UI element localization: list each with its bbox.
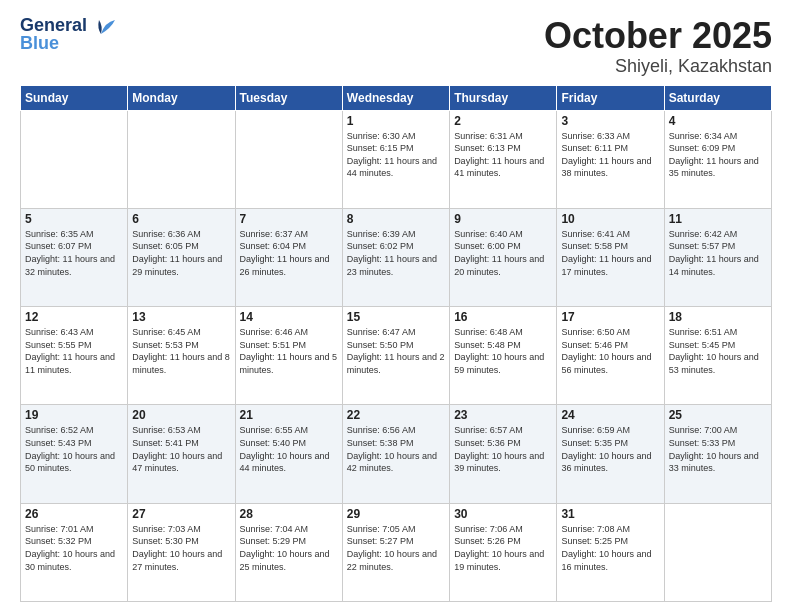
calendar-cell: 7Sunrise: 6:37 AM Sunset: 6:04 PM Daylig… <box>235 208 342 306</box>
calendar-cell: 30Sunrise: 7:06 AM Sunset: 5:26 PM Dayli… <box>450 503 557 601</box>
day-info: Sunrise: 6:36 AM Sunset: 6:05 PM Dayligh… <box>132 228 230 278</box>
day-number: 24 <box>561 408 659 422</box>
day-info: Sunrise: 6:30 AM Sunset: 6:15 PM Dayligh… <box>347 130 445 180</box>
calendar-cell <box>128 110 235 208</box>
day-number: 28 <box>240 507 338 521</box>
day-info: Sunrise: 6:59 AM Sunset: 5:35 PM Dayligh… <box>561 424 659 474</box>
calendar-cell: 6Sunrise: 6:36 AM Sunset: 6:05 PM Daylig… <box>128 208 235 306</box>
day-info: Sunrise: 6:35 AM Sunset: 6:07 PM Dayligh… <box>25 228 123 278</box>
day-number: 7 <box>240 212 338 226</box>
calendar-cell: 21Sunrise: 6:55 AM Sunset: 5:40 PM Dayli… <box>235 405 342 503</box>
calendar-week-row: 26Sunrise: 7:01 AM Sunset: 5:32 PM Dayli… <box>21 503 772 601</box>
calendar-cell: 2Sunrise: 6:31 AM Sunset: 6:13 PM Daylig… <box>450 110 557 208</box>
calendar-cell: 26Sunrise: 7:01 AM Sunset: 5:32 PM Dayli… <box>21 503 128 601</box>
calendar-cell: 18Sunrise: 6:51 AM Sunset: 5:45 PM Dayli… <box>664 307 771 405</box>
day-info: Sunrise: 6:45 AM Sunset: 5:53 PM Dayligh… <box>132 326 230 376</box>
calendar-day-header: Sunday <box>21 85 128 110</box>
day-number: 20 <box>132 408 230 422</box>
calendar-header-row: SundayMondayTuesdayWednesdayThursdayFrid… <box>21 85 772 110</box>
day-number: 17 <box>561 310 659 324</box>
calendar-cell: 9Sunrise: 6:40 AM Sunset: 6:00 PM Daylig… <box>450 208 557 306</box>
title-block: October 2025 Shiyeli, Kazakhstan <box>544 16 772 77</box>
calendar-cell <box>235 110 342 208</box>
day-info: Sunrise: 6:51 AM Sunset: 5:45 PM Dayligh… <box>669 326 767 376</box>
calendar-week-row: 19Sunrise: 6:52 AM Sunset: 5:43 PM Dayli… <box>21 405 772 503</box>
logo-icon <box>91 14 119 46</box>
day-number: 31 <box>561 507 659 521</box>
calendar-day-header: Wednesday <box>342 85 449 110</box>
location-title: Shiyeli, Kazakhstan <box>544 56 772 77</box>
calendar-day-header: Monday <box>128 85 235 110</box>
calendar-week-row: 12Sunrise: 6:43 AM Sunset: 5:55 PM Dayli… <box>21 307 772 405</box>
calendar-cell: 19Sunrise: 6:52 AM Sunset: 5:43 PM Dayli… <box>21 405 128 503</box>
calendar-cell: 3Sunrise: 6:33 AM Sunset: 6:11 PM Daylig… <box>557 110 664 208</box>
calendar-cell: 27Sunrise: 7:03 AM Sunset: 5:30 PM Dayli… <box>128 503 235 601</box>
day-info: Sunrise: 6:37 AM Sunset: 6:04 PM Dayligh… <box>240 228 338 278</box>
day-number: 9 <box>454 212 552 226</box>
calendar-day-header: Thursday <box>450 85 557 110</box>
day-number: 5 <box>25 212 123 226</box>
header: General Blue October 2025 Shiyeli, Kazak… <box>20 16 772 77</box>
day-info: Sunrise: 6:52 AM Sunset: 5:43 PM Dayligh… <box>25 424 123 474</box>
day-number: 10 <box>561 212 659 226</box>
day-info: Sunrise: 6:46 AM Sunset: 5:51 PM Dayligh… <box>240 326 338 376</box>
logo: General Blue <box>20 16 119 52</box>
day-info: Sunrise: 7:03 AM Sunset: 5:30 PM Dayligh… <box>132 523 230 573</box>
day-number: 1 <box>347 114 445 128</box>
calendar-cell: 31Sunrise: 7:08 AM Sunset: 5:25 PM Dayli… <box>557 503 664 601</box>
day-info: Sunrise: 6:43 AM Sunset: 5:55 PM Dayligh… <box>25 326 123 376</box>
calendar-cell: 8Sunrise: 6:39 AM Sunset: 6:02 PM Daylig… <box>342 208 449 306</box>
calendar-week-row: 5Sunrise: 6:35 AM Sunset: 6:07 PM Daylig… <box>21 208 772 306</box>
calendar-cell: 17Sunrise: 6:50 AM Sunset: 5:46 PM Dayli… <box>557 307 664 405</box>
calendar-cell: 28Sunrise: 7:04 AM Sunset: 5:29 PM Dayli… <box>235 503 342 601</box>
calendar-cell: 1Sunrise: 6:30 AM Sunset: 6:15 PM Daylig… <box>342 110 449 208</box>
day-info: Sunrise: 6:31 AM Sunset: 6:13 PM Dayligh… <box>454 130 552 180</box>
calendar-cell: 10Sunrise: 6:41 AM Sunset: 5:58 PM Dayli… <box>557 208 664 306</box>
day-number: 8 <box>347 212 445 226</box>
day-info: Sunrise: 6:34 AM Sunset: 6:09 PM Dayligh… <box>669 130 767 180</box>
day-info: Sunrise: 7:06 AM Sunset: 5:26 PM Dayligh… <box>454 523 552 573</box>
day-number: 15 <box>347 310 445 324</box>
day-number: 13 <box>132 310 230 324</box>
day-info: Sunrise: 6:39 AM Sunset: 6:02 PM Dayligh… <box>347 228 445 278</box>
day-info: Sunrise: 6:48 AM Sunset: 5:48 PM Dayligh… <box>454 326 552 376</box>
day-number: 21 <box>240 408 338 422</box>
day-number: 3 <box>561 114 659 128</box>
day-number: 29 <box>347 507 445 521</box>
day-info: Sunrise: 6:56 AM Sunset: 5:38 PM Dayligh… <box>347 424 445 474</box>
calendar-cell: 5Sunrise: 6:35 AM Sunset: 6:07 PM Daylig… <box>21 208 128 306</box>
calendar-cell: 24Sunrise: 6:59 AM Sunset: 5:35 PM Dayli… <box>557 405 664 503</box>
calendar-cell: 13Sunrise: 6:45 AM Sunset: 5:53 PM Dayli… <box>128 307 235 405</box>
day-number: 4 <box>669 114 767 128</box>
day-number: 6 <box>132 212 230 226</box>
calendar-cell: 25Sunrise: 7:00 AM Sunset: 5:33 PM Dayli… <box>664 405 771 503</box>
day-number: 12 <box>25 310 123 324</box>
calendar-cell <box>664 503 771 601</box>
calendar-cell: 15Sunrise: 6:47 AM Sunset: 5:50 PM Dayli… <box>342 307 449 405</box>
calendar-cell: 16Sunrise: 6:48 AM Sunset: 5:48 PM Dayli… <box>450 307 557 405</box>
day-number: 30 <box>454 507 552 521</box>
calendar-week-row: 1Sunrise: 6:30 AM Sunset: 6:15 PM Daylig… <box>21 110 772 208</box>
calendar-day-header: Friday <box>557 85 664 110</box>
day-info: Sunrise: 6:55 AM Sunset: 5:40 PM Dayligh… <box>240 424 338 474</box>
calendar-day-header: Saturday <box>664 85 771 110</box>
calendar-cell: 11Sunrise: 6:42 AM Sunset: 5:57 PM Dayli… <box>664 208 771 306</box>
day-number: 22 <box>347 408 445 422</box>
day-info: Sunrise: 6:41 AM Sunset: 5:58 PM Dayligh… <box>561 228 659 278</box>
calendar-day-header: Tuesday <box>235 85 342 110</box>
day-number: 26 <box>25 507 123 521</box>
day-info: Sunrise: 7:05 AM Sunset: 5:27 PM Dayligh… <box>347 523 445 573</box>
day-number: 19 <box>25 408 123 422</box>
day-number: 16 <box>454 310 552 324</box>
day-number: 11 <box>669 212 767 226</box>
calendar-cell: 14Sunrise: 6:46 AM Sunset: 5:51 PM Dayli… <box>235 307 342 405</box>
calendar-cell: 20Sunrise: 6:53 AM Sunset: 5:41 PM Dayli… <box>128 405 235 503</box>
day-info: Sunrise: 6:53 AM Sunset: 5:41 PM Dayligh… <box>132 424 230 474</box>
logo-general: General <box>20 16 87 34</box>
day-info: Sunrise: 6:33 AM Sunset: 6:11 PM Dayligh… <box>561 130 659 180</box>
month-title: October 2025 <box>544 16 772 56</box>
day-number: 14 <box>240 310 338 324</box>
calendar-cell: 22Sunrise: 6:56 AM Sunset: 5:38 PM Dayli… <box>342 405 449 503</box>
calendar-cell: 12Sunrise: 6:43 AM Sunset: 5:55 PM Dayli… <box>21 307 128 405</box>
day-info: Sunrise: 6:50 AM Sunset: 5:46 PM Dayligh… <box>561 326 659 376</box>
